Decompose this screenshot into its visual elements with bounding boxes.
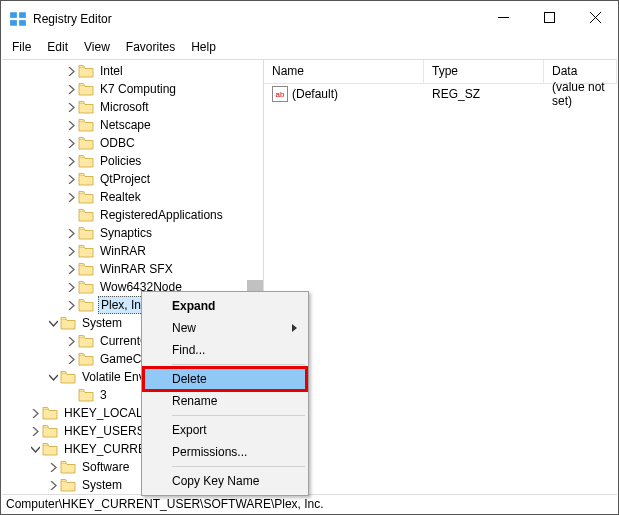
minimize-button[interactable] — [480, 3, 526, 33]
regedit-icon — [9, 10, 27, 28]
col-header-type[interactable]: Type — [424, 60, 544, 83]
expander-icon[interactable] — [64, 157, 78, 166]
ctx-delete[interactable]: Delete — [144, 368, 306, 390]
ctx-new[interactable]: New — [144, 317, 306, 339]
expander-icon[interactable] — [64, 247, 78, 256]
tree-item-label: System — [80, 477, 124, 492]
tree-item-label: Policies — [98, 153, 143, 169]
tree-item-label: Software — [80, 459, 131, 475]
folder-icon — [78, 154, 94, 168]
expander-icon[interactable] — [64, 139, 78, 148]
folder-icon — [78, 244, 94, 258]
expander-icon[interactable] — [28, 427, 42, 436]
list-body: ab(Default)REG_SZ(value not set) — [264, 84, 617, 104]
menu-view[interactable]: View — [77, 38, 117, 56]
tree-item[interactable]: Netscape — [10, 116, 263, 134]
tree-item-label: Synaptics — [98, 225, 154, 241]
tree-item-label: QtProject — [98, 171, 152, 187]
folder-icon — [78, 118, 94, 132]
ctx-expand[interactable]: Expand — [144, 295, 306, 317]
folder-icon — [42, 442, 58, 456]
menu-help[interactable]: Help — [184, 38, 223, 56]
menu-edit[interactable]: Edit — [40, 38, 75, 56]
tree-item[interactable]: Policies — [10, 152, 263, 170]
ctx-rename-label: Rename — [172, 394, 217, 408]
tree-item[interactable]: WinRAR — [10, 242, 263, 260]
folder-icon — [60, 478, 76, 492]
tree-item[interactable]: ODBC — [10, 134, 263, 152]
svg-rect-3 — [19, 20, 26, 26]
tree-item[interactable]: QtProject — [10, 170, 263, 188]
window-title: Registry Editor — [33, 12, 480, 26]
tree-item-label: RegisteredApplications — [98, 207, 225, 223]
ctx-permissions-label: Permissions... — [172, 445, 247, 459]
expander-icon[interactable] — [46, 373, 60, 382]
expander-icon[interactable] — [64, 283, 78, 292]
folder-icon — [78, 280, 94, 294]
menu-favorites[interactable]: Favorites — [119, 38, 182, 56]
tree-item-label: HKEY_USERS — [62, 423, 147, 439]
expander-icon[interactable] — [64, 337, 78, 346]
tree-item[interactable]: WinRAR SFX — [10, 260, 263, 278]
chevron-right-icon — [291, 321, 298, 335]
tree-item[interactable]: Microsoft — [10, 98, 263, 116]
close-button[interactable] — [572, 3, 618, 33]
folder-icon — [78, 298, 94, 312]
folder-icon — [60, 370, 76, 384]
folder-icon — [60, 316, 76, 330]
maximize-button[interactable] — [526, 3, 572, 33]
folder-icon — [78, 262, 94, 276]
tree-item-label: ODBC — [98, 135, 137, 151]
client-area: IntelK7 ComputingMicrosoftNetscapeODBCPo… — [2, 59, 617, 492]
tree-item[interactable]: RegisteredApplications — [10, 206, 263, 224]
svg-rect-0 — [10, 12, 17, 18]
expander-icon[interactable] — [64, 121, 78, 130]
ctx-find[interactable]: Find... — [144, 339, 306, 361]
svg-rect-1 — [19, 12, 26, 18]
tree-item[interactable]: Synaptics — [10, 224, 263, 242]
ctx-copy-key-name[interactable]: Copy Key Name — [144, 470, 306, 492]
tree-item[interactable]: Realtek — [10, 188, 263, 206]
title-bar: Registry Editor — [1, 1, 618, 37]
tree-item-label: System — [80, 315, 124, 331]
menu-file[interactable]: File — [5, 38, 38, 56]
list-pane: Name Type Data ab(Default)REG_SZ(value n… — [264, 60, 617, 492]
expander-icon[interactable] — [46, 481, 60, 490]
folder-icon — [78, 100, 94, 114]
context-menu: Expand New Find... Delete Rename Export … — [141, 291, 309, 496]
folder-icon — [78, 64, 94, 78]
ctx-separator — [172, 415, 305, 416]
status-path: Computer\HKEY_CURRENT_USER\SOFTWARE\Plex… — [6, 497, 324, 511]
folder-icon — [78, 388, 94, 402]
expander-icon[interactable] — [64, 175, 78, 184]
expander-icon[interactable] — [64, 265, 78, 274]
expander-icon[interactable] — [46, 319, 60, 328]
expander-icon[interactable] — [64, 301, 78, 310]
expander-icon[interactable] — [28, 445, 42, 454]
ctx-export-label: Export — [172, 423, 207, 437]
tree-item-label: Intel — [98, 63, 125, 79]
tree-item-label: WinRAR — [98, 243, 148, 259]
expander-icon[interactable] — [64, 229, 78, 238]
list-row[interactable]: ab(Default)REG_SZ(value not set) — [264, 84, 617, 104]
expander-icon[interactable] — [64, 85, 78, 94]
tree-item[interactable]: K7 Computing — [10, 80, 263, 98]
expander-icon[interactable] — [46, 463, 60, 472]
ctx-expand-label: Expand — [172, 299, 215, 313]
folder-icon — [78, 136, 94, 150]
expander-icon[interactable] — [28, 409, 42, 418]
expander-icon[interactable] — [64, 193, 78, 202]
folder-icon — [78, 172, 94, 186]
tree-item-label: Microsoft — [98, 99, 151, 115]
svg-rect-2 — [10, 20, 17, 26]
col-header-name[interactable]: Name — [264, 60, 424, 83]
ctx-rename[interactable]: Rename — [144, 390, 306, 412]
folder-icon — [78, 208, 94, 222]
ctx-permissions[interactable]: Permissions... — [144, 441, 306, 463]
folder-icon — [78, 82, 94, 96]
ctx-export[interactable]: Export — [144, 419, 306, 441]
expander-icon[interactable] — [64, 103, 78, 112]
expander-icon[interactable] — [64, 67, 78, 76]
expander-icon[interactable] — [64, 355, 78, 364]
tree-item[interactable]: Intel — [10, 62, 263, 80]
